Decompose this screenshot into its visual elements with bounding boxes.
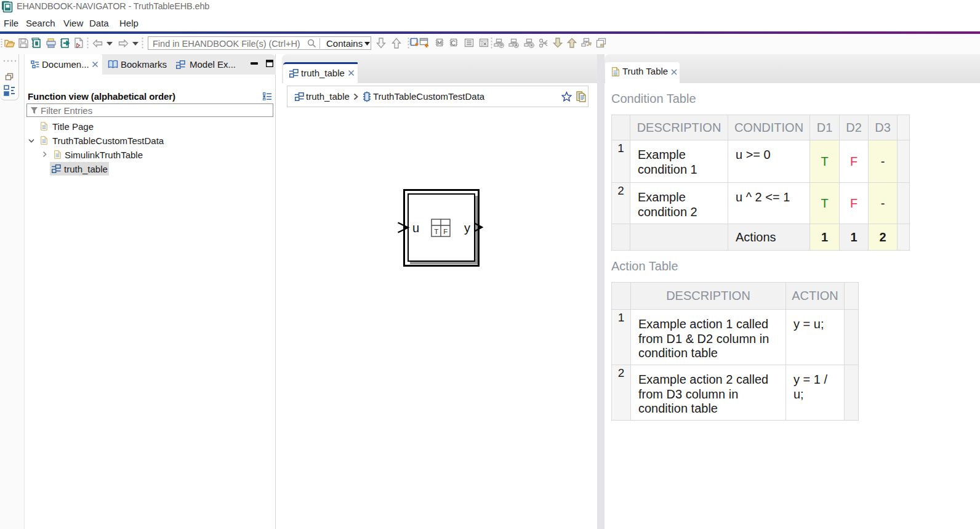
svg-text:T: T <box>434 227 438 235</box>
svg-text:F: F <box>443 227 448 235</box>
